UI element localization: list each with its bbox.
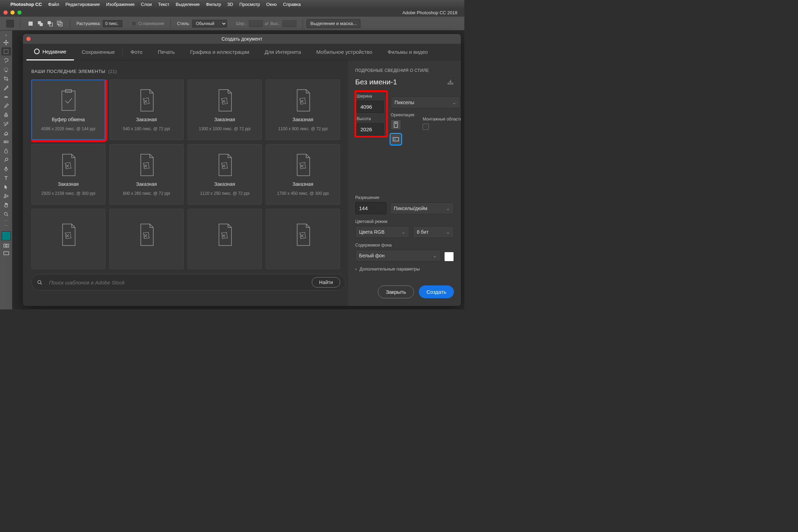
tab-recent[interactable]: Недавние: [26, 44, 74, 60]
units-select[interactable]: Пикселы⌄: [391, 97, 460, 108]
toolbox-more-icon[interactable]: ⋯: [1, 219, 11, 222]
dodge-tool[interactable]: [1, 156, 11, 164]
shape-tool[interactable]: [1, 192, 11, 200]
menu-filter[interactable]: Фильтр: [206, 2, 221, 7]
resolution-field[interactable]: [355, 202, 386, 214]
svg-rect-7: [59, 23, 62, 26]
menu-text[interactable]: Текст: [158, 2, 170, 7]
menu-file[interactable]: Файл: [48, 2, 59, 7]
stock-search-button[interactable]: Найти: [312, 277, 340, 288]
feather-input[interactable]: [103, 20, 122, 27]
tab-mobile[interactable]: Мобильное устройство: [309, 44, 380, 60]
tab-photo[interactable]: Фото: [123, 44, 150, 60]
menu-edit[interactable]: Редактирование: [65, 2, 100, 7]
orientation-landscape[interactable]: [391, 134, 401, 144]
brush-tool[interactable]: [1, 101, 11, 110]
menu-view[interactable]: Просмотр: [239, 2, 260, 7]
selection-intersect-icon[interactable]: [56, 20, 64, 27]
options-bar: Растушевка: Сглаживание Стиль: Обычный Ш…: [0, 17, 464, 31]
crop-tool[interactable]: [1, 74, 11, 83]
menu-3d[interactable]: 3D: [227, 2, 233, 7]
stock-search-input[interactable]: [49, 280, 306, 285]
foreground-color-swatch[interactable]: [2, 231, 11, 240]
gradient-tool[interactable]: [1, 138, 11, 146]
selection-add-icon[interactable]: [36, 20, 44, 27]
eyedropper-tool[interactable]: [1, 83, 11, 92]
new-document-dialog: Создать документ Недавние Сохраненные Фо…: [23, 34, 461, 306]
stamp-tool[interactable]: [1, 110, 11, 119]
recent-items-label: ВАШИ ПОСЛЕДНИЕ ЭЛЕМЕНТЫ: [31, 69, 105, 74]
svg-point-19: [38, 281, 41, 284]
zoom-tool[interactable]: [1, 210, 11, 218]
menu-select[interactable]: Выделение: [176, 2, 200, 7]
history-brush-tool[interactable]: [1, 119, 11, 128]
bg-color-swatch[interactable]: [444, 252, 454, 261]
tool-preset-icon[interactable]: [6, 20, 14, 27]
width-input: [249, 20, 263, 27]
marquee-tool[interactable]: [1, 47, 11, 56]
tab-saved[interactable]: Сохраненные: [74, 44, 123, 60]
selection-subtract-icon[interactable]: [46, 20, 54, 27]
height-field[interactable]: [357, 123, 384, 135]
stock-search-bar: Найти: [31, 274, 345, 291]
tab-art[interactable]: Графика и иллюстрации: [182, 44, 257, 60]
select-and-mask-button[interactable]: Выделение и маска...: [307, 19, 360, 28]
preset-item[interactable]: [109, 209, 184, 269]
height-field-label: Высота: [357, 116, 386, 121]
tab-print[interactable]: Печать: [150, 44, 182, 60]
artboards-checkbox[interactable]: [423, 124, 429, 130]
quick-mask-icon[interactable]: [3, 243, 10, 248]
screen-mode-icon[interactable]: [3, 251, 10, 256]
document-name[interactable]: Без имени-1: [355, 78, 397, 86]
preset-item[interactable]: Заказная1300 x 1000 пикс. @ 72 ppi: [188, 80, 262, 140]
svg-rect-8: [4, 49, 8, 53]
preset-item[interactable]: [31, 209, 105, 269]
bg-select[interactable]: Белый фон⌄: [355, 250, 441, 261]
hand-tool[interactable]: [1, 201, 11, 209]
healing-brush-tool[interactable]: [1, 92, 11, 101]
tab-web[interactable]: Для Интернета: [257, 44, 309, 60]
preset-item[interactable]: [188, 209, 262, 269]
preset-meta: 1120 x 250 пикс. @ 72 ppi: [200, 191, 249, 196]
menu-help[interactable]: Справка: [283, 2, 301, 7]
resolution-label: Разрешение: [355, 195, 454, 200]
app-name[interactable]: Photoshop CC: [10, 2, 42, 7]
eraser-tool[interactable]: [1, 128, 11, 137]
preset-item[interactable]: Заказная2920 x 2159 пикс. @ 300 ppi: [31, 144, 105, 205]
width-field[interactable]: [357, 101, 384, 113]
type-tool[interactable]: [1, 174, 11, 182]
style-select[interactable]: Обычный: [192, 20, 227, 27]
preset-item[interactable]: Буфер обмена4096 x 2026 пикс. @ 144 ppi: [31, 80, 105, 140]
tab-film[interactable]: Фильмы и видео: [380, 44, 435, 60]
save-preset-icon[interactable]: [447, 79, 454, 85]
blur-tool[interactable]: [1, 147, 11, 155]
quick-select-tool[interactable]: [1, 65, 11, 74]
expand-toolbox-icon[interactable]: »: [1, 33, 11, 38]
orientation-portrait[interactable]: [391, 119, 401, 130]
preset-item[interactable]: Заказная1100 x 900 пикс. @ 72 ppi: [266, 80, 340, 140]
preset-item[interactable]: [266, 209, 340, 269]
advanced-toggle[interactable]: › Дополнительные параметры: [355, 266, 454, 272]
resolution-units-select[interactable]: Пикселы/дюйм⌄: [390, 202, 454, 214]
preset-item[interactable]: Заказная1700 x 450 пикс. @ 300 ppi: [266, 144, 340, 205]
path-select-tool[interactable]: [1, 183, 11, 191]
pen-tool[interactable]: [1, 165, 11, 173]
color-mode-select[interactable]: Цвета RGB⌄: [355, 226, 409, 238]
edit-toolbar-icon[interactable]: ⋯: [1, 223, 11, 228]
move-tool[interactable]: [1, 38, 11, 47]
svg-rect-6: [57, 21, 61, 25]
menu-layers[interactable]: Слои: [141, 2, 152, 7]
svg-point-12: [6, 158, 8, 160]
preset-item[interactable]: Заказная1120 x 250 пикс. @ 72 ppi: [188, 144, 262, 205]
selection-new-icon[interactable]: [27, 20, 34, 27]
close-button[interactable]: Закрыть: [378, 285, 414, 298]
bit-depth-select[interactable]: 8 бит⌄: [413, 226, 454, 238]
preset-item[interactable]: Заказная540 x 180 пикс. @ 72 ppi: [109, 80, 184, 140]
menu-window[interactable]: Окно: [266, 2, 277, 7]
width-label: Шир.:: [236, 21, 247, 26]
menu-image[interactable]: Изображение: [106, 2, 135, 7]
create-button[interactable]: Создать: [419, 285, 454, 298]
lasso-tool[interactable]: [1, 56, 11, 65]
macos-menubar: Photoshop CC Файл Редактирование Изображ…: [0, 0, 464, 8]
preset-item[interactable]: Заказная800 x 260 пикс. @ 72 ppi: [109, 144, 184, 205]
